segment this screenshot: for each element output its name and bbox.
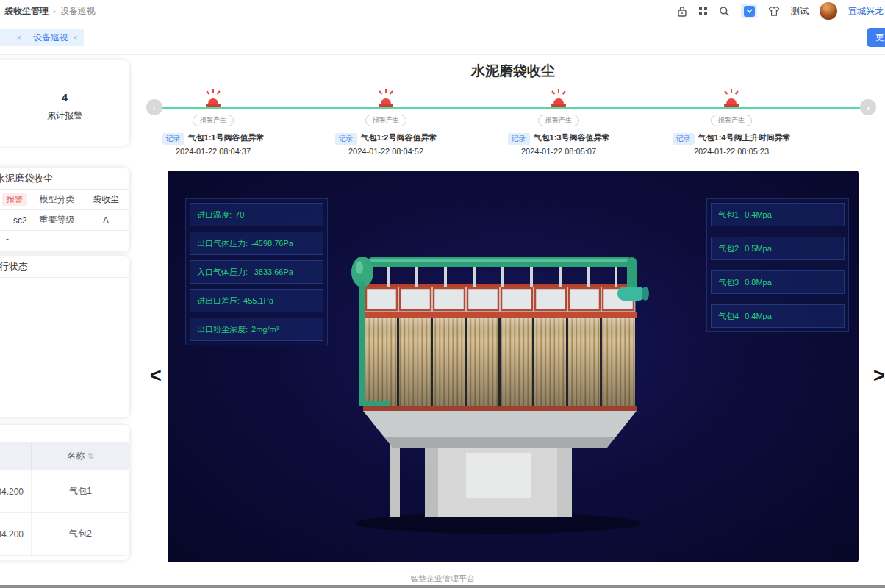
alarm-siren-icon[interactable] (376, 88, 395, 108)
tab-cut-left[interactable]: × (0, 29, 28, 46)
metric-label: 气包4 (718, 311, 745, 322)
info-extra: - (0, 230, 181, 248)
timeline-prev-button[interactable]: ‹ (146, 99, 162, 115)
env-label: 测试 (791, 5, 809, 18)
event-text: 气包1:2号阀谷值异常 (361, 132, 437, 143)
stage-label: 报警产生 (538, 115, 579, 126)
bottom-bar (0, 585, 885, 588)
col2-header-sort[interactable]: 名称 ⇅ (32, 450, 129, 462)
metric-row: 出口气体压力 -4598.76Pa (190, 232, 323, 255)
stage-label: 报警产生 (193, 115, 234, 126)
alarm-summary-card: 4 累计报警 (0, 60, 129, 146)
timeline-event: 报警产生 记录 气包1:4号阀上升时间异常 2024-01-22 08:05:2… (651, 88, 812, 156)
metric-row: 气包4 0.4Mpa (711, 304, 845, 328)
metric-value: 70 (235, 210, 244, 219)
row-col2: 气包1 (32, 485, 129, 498)
event-line: 记录 气包1:2号阀谷值异常 (335, 132, 437, 145)
table-row: 报警 模型分类 袋收尘 (0, 190, 129, 210)
breadcrumb: 袋收尘管理 › 设备巡视 (4, 0, 96, 22)
timeline-event: 报警产生 记录 气包1:3号阀谷值异常 2024-01-22 08:05:07 (478, 88, 639, 156)
left-metrics-panel: 进口温度 70 出口气体压力 -4598.76Pa 入口气体压力 -3833.6… (185, 198, 328, 345)
info-key: 模型分类 (32, 190, 82, 210)
info-value: A (82, 210, 129, 231)
metric-value: 0.4Mpa (745, 312, 772, 320)
table-row: sc2 重要等级 A (0, 210, 129, 231)
close-icon[interactable]: × (17, 33, 21, 42)
metric-label: 入口气体压力 (197, 267, 251, 278)
metric-value: 0.5Mpa (745, 244, 772, 253)
close-icon[interactable]: × (73, 33, 77, 42)
timeline-event: 报警产生 记录 气包1:1号阀谷值异常 2024-01-22 08:04:37 (132, 88, 294, 156)
metric-label: 出口粉尘浓度 (197, 324, 251, 335)
run-status-card: 运行状态 (0, 256, 129, 417)
breadcrumb-item-1[interactable]: 袋收尘管理 (4, 5, 49, 18)
toggle-inner (744, 6, 755, 17)
alarm-siren-icon[interactable] (204, 88, 223, 108)
airbag-list-card: 名称 ⇅ 84.200 气包1 84.200 气包2 (0, 425, 129, 560)
alarm-siren-icon[interactable] (722, 88, 741, 108)
row-col2: 气包2 (32, 528, 129, 540)
checked-toggle-icon[interactable] (741, 4, 757, 18)
breadcrumb-separator: › (53, 7, 56, 15)
fullscreen-icon[interactable] (698, 7, 708, 16)
event-time: 2024-01-22 08:05:07 (521, 147, 596, 156)
viewer-prev-chevron[interactable]: < (150, 366, 162, 386)
metric-row: 入口气体压力 -3833.66Pa (190, 260, 323, 284)
event-text: 气包1:3号阀谷值异常 (534, 132, 610, 143)
equipment-3d-model (322, 244, 675, 538)
tab-bar: × 设备巡视 × 更多 (0, 22, 885, 55)
sort-icon: ⇅ (87, 452, 93, 460)
table-row[interactable]: 84.200 气包1 (0, 470, 129, 513)
event-time: 2024-01-22 08:05:23 (694, 147, 769, 156)
breadcrumb-item-2: 设备巡视 (60, 5, 96, 18)
metric-row: 气包1 0.4Mpa (711, 203, 845, 226)
viewer-next-chevron[interactable]: > (873, 366, 885, 386)
run-status-title: 运行状态 (0, 256, 129, 278)
avatar[interactable] (820, 2, 837, 20)
footer-platform-label: 智慧企业管理平台 (0, 573, 885, 584)
metric-label: 气包2 (718, 243, 745, 254)
col1-header (0, 442, 32, 470)
event-tag[interactable]: 记录 (162, 133, 184, 145)
metric-value: 0.8Mpa (745, 278, 772, 287)
equipment-3d-viewer[interactable]: 进口温度 70 出口气体压力 -4598.76Pa 入口气体压力 -3833.6… (168, 171, 859, 562)
tab-active[interactable]: 设备巡视 × (26, 29, 84, 46)
event-tag[interactable]: 记录 (673, 133, 695, 145)
info-key: 重要等级 (32, 210, 82, 231)
page-title: 水泥磨袋收尘 (168, 62, 859, 81)
alarm-count-label: 累计报警 (0, 110, 129, 122)
event-time: 2024-01-22 08:04:37 (176, 147, 251, 156)
metric-row: 出口粉尘浓度 2mg/m³ (190, 318, 323, 341)
right-metrics-panel: 气包1 0.4Mpa 气包2 0.5Mpa 气包3 0.8Mpa 气包4 0.4… (706, 198, 849, 332)
event-line: 记录 气包1:3号阀谷值异常 (508, 132, 610, 145)
metric-label: 气包1 (718, 209, 745, 220)
metric-label: 进口温度 (197, 209, 235, 220)
metric-row: 气包2 0.5Mpa (711, 237, 845, 260)
more-button[interactable]: 更多 (867, 28, 885, 47)
search-icon[interactable] (719, 6, 730, 17)
table-row[interactable]: 84.200 气包2 (0, 513, 129, 556)
metric-value: -3833.66Pa (251, 268, 293, 276)
event-tag[interactable]: 记录 (508, 133, 530, 145)
metric-value: -4598.76Pa (251, 239, 293, 248)
theme-shirt-icon[interactable] (768, 6, 780, 17)
alarm-siren-icon[interactable] (549, 88, 568, 108)
timeline-event: 报警产生 记录 气包1:2号阀谷值异常 2024-01-22 08:04:52 (305, 88, 467, 156)
event-text: 气包1:1号阀谷值异常 (188, 132, 265, 143)
metric-value: 455.1Pa (243, 296, 273, 305)
metric-label: 气包3 (718, 277, 745, 288)
airbag-table-header: 名称 ⇅ (0, 442, 129, 470)
run-status-title-text: 运行状态 (0, 261, 28, 272)
event-tag[interactable]: 记录 (335, 133, 357, 145)
lock-icon[interactable] (677, 6, 687, 17)
timeline-next-button[interactable]: › (860, 99, 876, 115)
header-actions: 测试 宜城兴龙 (677, 0, 884, 22)
row-col1: 84.200 (0, 513, 32, 555)
status-badge: 报警 (2, 193, 27, 206)
user-name-link[interactable]: 宜城兴龙 (848, 5, 884, 18)
info-value: 袋收尘 (82, 190, 129, 210)
metric-row: 进口温度 70 (190, 203, 323, 226)
device-title-text: 水泥磨袋收尘 (0, 173, 53, 184)
device-title: 水泥磨袋收尘 (0, 168, 129, 190)
row-col1: 84.200 (0, 470, 32, 512)
